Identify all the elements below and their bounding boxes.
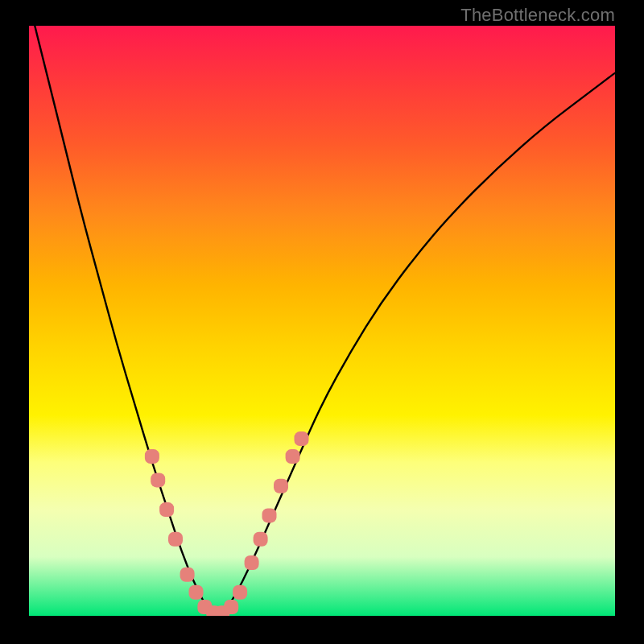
highlighted-points <box>145 431 309 616</box>
marker-point <box>254 532 268 547</box>
marker-point <box>274 479 288 493</box>
marker-point <box>168 532 183 547</box>
watermark-text: TheBottleneck.com <box>460 5 615 26</box>
marker-point <box>224 600 238 614</box>
marker-point <box>245 555 259 570</box>
marker-point <box>145 449 159 464</box>
marker-point <box>189 585 204 600</box>
marker-point <box>159 502 174 517</box>
marker-point <box>262 508 277 522</box>
chart-overlay <box>29 26 615 616</box>
marker-point <box>233 585 247 600</box>
bottleneck-curve <box>29 26 615 615</box>
chart-container: TheBottleneck.com <box>0 0 644 644</box>
marker-point <box>295 431 309 446</box>
marker-point <box>151 473 165 487</box>
marker-point <box>180 568 195 582</box>
marker-point <box>286 449 300 464</box>
